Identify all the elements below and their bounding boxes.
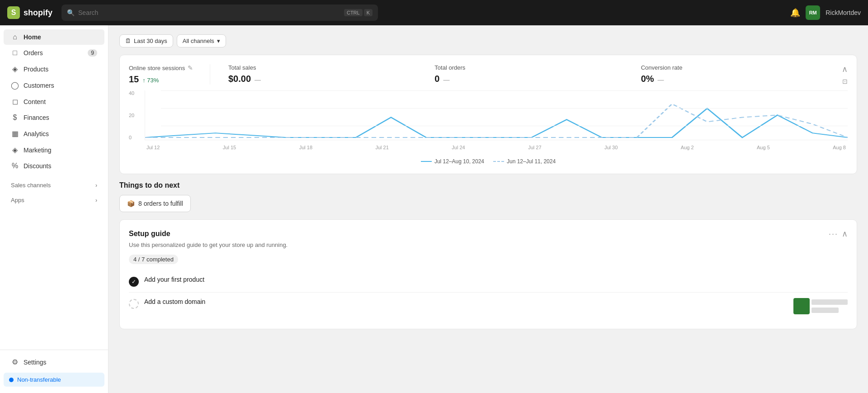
setup-more-button[interactable]: ···	[829, 229, 838, 239]
setup-item-first-product: ✓ Add your first product	[129, 270, 848, 292]
setup-item-custom-domain[interactable]: Add a custom domain	[129, 292, 848, 320]
sidebar-item-customers[interactable]: ◯ Customers	[4, 77, 104, 93]
sessions-title: Online store sessions	[129, 65, 185, 71]
sidebar-item-products[interactable]: ◈ Products	[4, 61, 104, 77]
fulfill-orders-button[interactable]: 📦 8 orders to fulfill	[119, 195, 191, 212]
sidebar-item-label: Customers	[24, 82, 54, 89]
total-orders-value: 0	[434, 74, 439, 84]
non-transferable-label: Non-transferable	[17, 376, 61, 383]
setup-guide-title: Setup guide	[129, 230, 170, 238]
things-to-do-title: Things to do next	[119, 181, 857, 189]
shopify-icon: S	[7, 6, 20, 19]
sales-channels-label: Sales channels	[11, 182, 51, 189]
home-icon: ⌂	[11, 33, 19, 41]
products-icon: ◈	[11, 65, 19, 73]
chart-grid-lines	[161, 90, 848, 126]
check-complete-icon: ✓	[129, 277, 139, 287]
sidebar-item-label: Finances	[24, 114, 49, 121]
chart-container: 40 20 0	[129, 90, 848, 154]
non-transferable-badge[interactable]: Non-transferable	[4, 373, 104, 387]
date-range-filter[interactable]: 🗓 Last 30 days	[119, 34, 173, 47]
apps-chevron-icon: ›	[95, 197, 97, 204]
sidebar-item-finances[interactable]: $ Finances	[4, 110, 104, 125]
search-icon: 🔍	[67, 9, 75, 16]
logo-text: shopify	[24, 8, 52, 18]
sessions-metric-header: Online store sessions ✎	[129, 64, 201, 71]
search-shortcut: CTRL K	[344, 9, 373, 16]
sessions-value: 15	[129, 74, 139, 85]
sidebar-item-label: Orders	[24, 49, 43, 57]
progress-label: 4 / 7 completed	[133, 256, 174, 263]
conversion-title: Conversion rate	[641, 64, 683, 71]
collapse-button[interactable]: ∧	[842, 64, 848, 74]
filter-bar: 🗓 Last 30 days All channels ▾	[119, 34, 857, 47]
sessions-value-row: 15 ↑ 73%	[129, 74, 201, 85]
setup-item-label: Add your first product	[144, 276, 204, 283]
chart-y-labels: 40 20 0	[129, 90, 142, 140]
layout: ⌂ Home □ Orders 9 ◈ Products ◯ Customers…	[0, 25, 868, 393]
channels-filter[interactable]: All channels ▾	[177, 34, 226, 47]
search-input[interactable]	[78, 9, 340, 16]
edit-sessions-icon[interactable]: ✎	[188, 64, 193, 71]
setup-items-list: ✓ Add your first product Add a custom do…	[129, 270, 848, 320]
total-sales-value: $0.00	[228, 74, 251, 84]
orders-box-icon: 📦	[127, 200, 135, 207]
settings-icon: ⚙	[11, 358, 19, 366]
apps-label: Apps	[11, 197, 24, 204]
setup-collapse-button[interactable]: ∧	[842, 229, 848, 239]
sidebar-item-orders[interactable]: □ Orders 9	[4, 45, 104, 61]
setup-guide-actions: ··· ∧	[829, 229, 848, 239]
channels-label: All channels	[183, 38, 214, 44]
content-icon: ◻	[11, 97, 19, 106]
setup-guide-description: Use this personalized guide to get your …	[129, 241, 848, 248]
sessions-change: ↑ 73%	[142, 77, 159, 84]
topnav-right: 🔔 RM RickMortdev	[790, 5, 861, 20]
total-orders-metric: Total orders 0 —	[425, 64, 632, 84]
sidebar: ⌂ Home □ Orders 9 ◈ Products ◯ Customers…	[0, 25, 108, 393]
sales-channels-section[interactable]: Sales channels ›	[4, 178, 104, 192]
search-bar[interactable]: 🔍 CTRL K	[61, 5, 378, 21]
domain-thumb-line-1	[811, 299, 848, 305]
avatar[interactable]: RM	[806, 5, 820, 20]
solid-line-icon	[421, 161, 432, 162]
calendar-icon: 🗓	[125, 38, 131, 44]
legend-current-label: Jul 12–Aug 10, 2024	[434, 158, 484, 165]
apps-section[interactable]: Apps ›	[4, 193, 104, 207]
notifications-button[interactable]: 🔔	[790, 8, 800, 18]
sidebar-item-discounts[interactable]: % Discounts	[4, 158, 104, 174]
other-metrics: Total sales $0.00 — Total orders	[219, 64, 838, 84]
nt-dot-icon	[9, 378, 14, 382]
export-icon[interactable]: ⊡	[842, 78, 848, 85]
domain-thumb-icon	[793, 298, 810, 314]
setup-guide-header: Setup guide ··· ∧	[129, 229, 848, 239]
chart-x-labels: Jul 12 Jul 15 Jul 18 Jul 21 Jul 24 Jul 2…	[145, 141, 848, 154]
orders-badge: 9	[88, 49, 97, 57]
username-label: RickMortdev	[826, 9, 861, 16]
conversion-metric: Conversion rate 0% —	[632, 64, 838, 84]
main-content: 🗓 Last 30 days All channels ▾ Online sto…	[108, 25, 868, 393]
sidebar-item-home[interactable]: ⌂ Home	[4, 29, 104, 45]
total-sales-title: Total sales	[228, 64, 256, 71]
analytics-icon: ▦	[11, 129, 19, 138]
discounts-icon: %	[11, 162, 19, 170]
logo[interactable]: S shopify	[7, 6, 52, 19]
setup-item-image	[793, 298, 848, 314]
customers-icon: ◯	[11, 81, 19, 90]
fulfill-label: 8 orders to fulfill	[138, 200, 183, 207]
sales-channels-chevron-icon: ›	[95, 182, 97, 189]
k-key: K	[364, 9, 373, 16]
setup-progress-badge: 4 / 7 completed	[129, 255, 178, 264]
topnav: S shopify 🔍 CTRL K 🔔 RM RickMortdev	[0, 0, 868, 25]
total-orders-title: Total orders	[434, 64, 465, 71]
sidebar-item-analytics[interactable]: ▦ Analytics	[4, 126, 104, 142]
sidebar-item-settings[interactable]: ⚙ Settings	[4, 354, 104, 370]
sidebar-item-content[interactable]: ◻ Content	[4, 94, 104, 109]
legend-previous-label: Jun 12–Jul 11, 2024	[507, 158, 556, 165]
sidebar-item-marketing[interactable]: ◈ Marketing	[4, 142, 104, 158]
sidebar-main-section: ⌂ Home □ Orders 9 ◈ Products ◯ Customers…	[0, 25, 108, 178]
sidebar-item-label: Products	[24, 66, 48, 73]
sidebar-item-label: Discounts	[24, 162, 51, 170]
dashboard-card: Online store sessions ✎ 15 ↑ 73% Total s…	[119, 55, 857, 174]
settings-label: Settings	[24, 359, 47, 366]
channels-chevron-icon: ▾	[217, 38, 220, 44]
